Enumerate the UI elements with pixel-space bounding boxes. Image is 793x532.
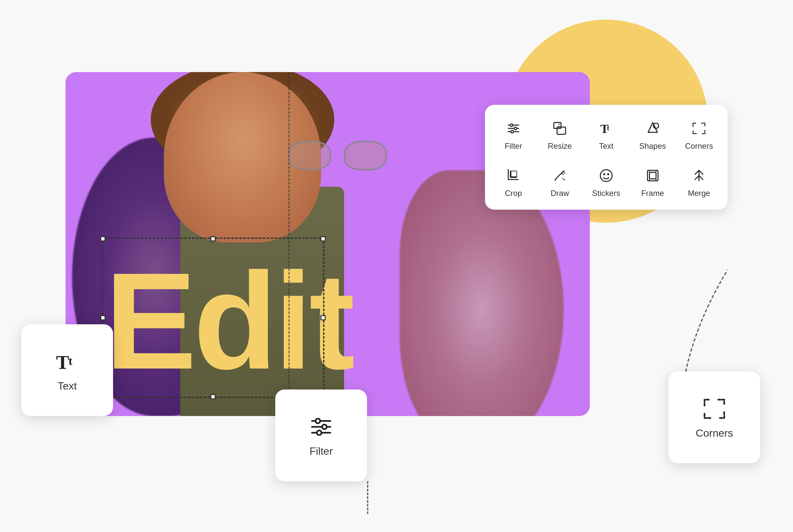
tool-panel: Filter Resize T t Text Sh xyxy=(485,105,728,210)
svg-point-29 xyxy=(316,419,320,423)
floating-corners-button[interactable]: Corners xyxy=(668,372,760,463)
merge-icon xyxy=(690,166,708,185)
sunglass-right-lens xyxy=(344,141,387,170)
svg-point-3 xyxy=(510,124,513,127)
tool-filter[interactable]: Filter xyxy=(492,111,535,156)
shapes-label: Shapes xyxy=(639,141,666,151)
filter-label: Filter xyxy=(505,141,522,151)
corners-label: Corners xyxy=(685,141,713,151)
tool-shapes[interactable]: Shapes xyxy=(631,111,675,156)
frame-label: Frame xyxy=(641,189,664,198)
svg-rect-19 xyxy=(649,172,656,179)
tool-draw[interactable]: Draw xyxy=(538,158,582,203)
svg-point-5 xyxy=(511,130,513,133)
floating-corners-label: Corners xyxy=(696,427,733,439)
tool-corners[interactable]: Corners xyxy=(677,111,721,156)
svg-text:t: t xyxy=(607,124,609,132)
merge-label: Merge xyxy=(688,189,710,198)
svg-point-30 xyxy=(322,424,327,429)
handle-top-left[interactable] xyxy=(100,236,106,242)
shapes-icon xyxy=(644,119,662,138)
tool-resize[interactable]: Resize xyxy=(538,111,582,156)
handle-middle-right[interactable] xyxy=(320,315,326,320)
tool-stickers[interactable]: Stickers xyxy=(584,158,628,203)
sunglass-left-lens xyxy=(288,141,331,170)
svg-point-17 xyxy=(607,173,609,175)
svg-point-4 xyxy=(514,127,517,130)
draw-icon xyxy=(550,166,569,185)
crop-label: Crop xyxy=(505,189,522,198)
person-head xyxy=(164,72,321,242)
svg-line-14 xyxy=(562,178,565,180)
floating-text-icon: T t xyxy=(54,348,80,375)
corners-icon xyxy=(690,119,708,138)
floating-text-button[interactable]: T t Text xyxy=(21,324,113,416)
tool-merge[interactable]: Merge xyxy=(677,158,721,203)
filter-icon xyxy=(504,119,523,138)
selection-box xyxy=(101,238,324,398)
text-icon: T t xyxy=(597,119,616,138)
handle-top-right[interactable] xyxy=(320,236,326,242)
tool-text[interactable]: T t Text xyxy=(584,111,628,156)
floating-corners-icon xyxy=(701,396,728,422)
floating-filter-button[interactable]: Filter xyxy=(275,390,367,481)
handle-bottom-middle[interactable] xyxy=(210,394,215,399)
crop-icon xyxy=(504,166,523,185)
text-label: Text xyxy=(599,141,613,151)
svg-point-15 xyxy=(600,170,612,182)
sunglasses xyxy=(288,141,387,174)
handle-top-middle[interactable] xyxy=(210,236,215,242)
stickers-label: Stickers xyxy=(592,189,620,198)
stickers-icon xyxy=(597,166,616,185)
frame-icon xyxy=(644,166,662,185)
svg-point-31 xyxy=(317,431,321,435)
svg-point-16 xyxy=(603,173,605,175)
resize-icon xyxy=(550,119,569,138)
draw-label: Draw xyxy=(550,189,569,198)
resize-label: Resize xyxy=(548,141,572,151)
tool-frame[interactable]: Frame xyxy=(631,158,675,203)
floating-filter-icon xyxy=(308,414,334,440)
tool-crop[interactable]: Crop xyxy=(492,158,535,203)
svg-text:t: t xyxy=(69,355,72,367)
svg-text:T: T xyxy=(56,352,69,373)
floating-text-label: Text xyxy=(58,380,77,392)
floating-filter-label: Filter xyxy=(309,445,333,457)
filter-dashed-line xyxy=(367,481,368,514)
handle-middle-left[interactable] xyxy=(100,315,106,320)
